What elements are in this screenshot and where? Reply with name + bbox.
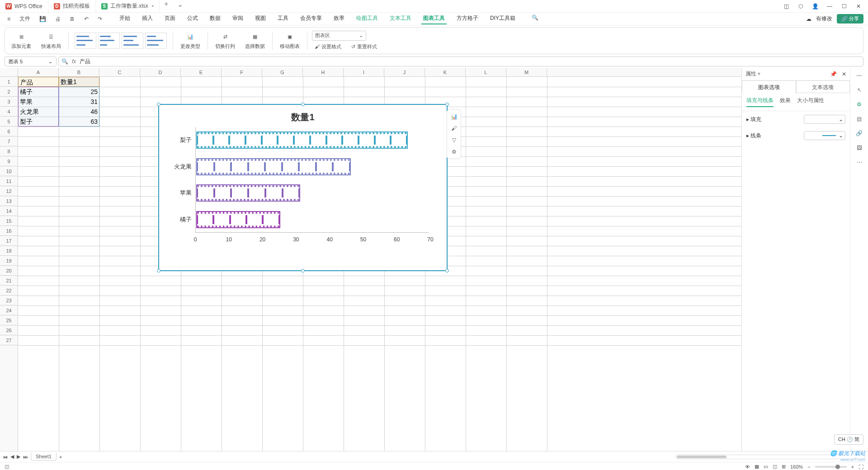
subtab-fill[interactable]: 填充与线条 [746,97,774,107]
view-break-icon[interactable]: ⊞ [782,464,786,470]
minimize-button[interactable]: — [826,3,834,9]
fullscreen-icon[interactable]: ⛶ [859,464,863,470]
row-21[interactable]: 21 [0,276,18,286]
tab-template[interactable]: D找稻壳模板 [48,0,96,12]
undo-icon[interactable]: ↶ [81,16,91,22]
row-12[interactable]: 12 [0,186,18,196]
panel-tab-text[interactable]: 文本选项 [796,80,850,93]
col-C[interactable]: C [99,68,140,76]
subtab-effect[interactable]: 效果 [780,97,791,107]
col-A[interactable]: A [18,68,59,76]
view-eye-icon[interactable]: 👁 [745,464,750,470]
menu-icon[interactable]: ≡ [5,16,13,22]
col-I[interactable]: I [344,68,384,76]
chart-brush-icon[interactable]: 🖌 [449,123,459,133]
chart-gear-icon[interactable]: ⚙ [449,147,459,157]
rtab-ffgz[interactable]: 方方格子 [455,13,480,24]
row-8[interactable]: 8 [0,146,18,156]
redo-icon[interactable]: ↷ [95,16,105,22]
panel-close-icon[interactable]: ✕ [842,71,846,77]
rail-more-icon[interactable]: ⋯ [857,159,862,165]
print-icon[interactable]: 🖨 [52,16,63,22]
cells-area[interactable]: 产品 数量1 橘子 25 苹果 31 火龙果 46 梨子 63 [18,77,741,451]
rtab-charttool[interactable]: 图表工具 [421,13,447,24]
view-normal-icon[interactable]: ▭ [764,464,768,470]
sheet-add[interactable]: + [59,454,62,460]
close-button[interactable]: ✕ [854,3,863,9]
view-grid-icon[interactable]: ▦ [755,464,759,470]
sheet-next[interactable]: ▶ [17,454,20,460]
zoom-in[interactable]: + [851,464,854,470]
rtab-review[interactable]: 审阅 [231,13,245,24]
row-1[interactable]: 1 [0,77,18,87]
format-button[interactable]: 🖌 设置格式 [312,42,344,51]
rtab-diy[interactable]: DIY工具箱 [488,13,517,24]
chart-title[interactable]: 数量1 [159,111,447,123]
avatar-icon[interactable]: 👤 [811,3,819,9]
reset-style-button[interactable]: ↺ 重置样式 [349,42,380,51]
zoom-out[interactable]: − [807,464,810,470]
subtab-size[interactable]: 大小与属性 [797,97,824,107]
row-14[interactable]: 14 [0,206,18,216]
col-J[interactable]: J [384,68,425,76]
row-25[interactable]: 25 [0,315,18,325]
row-19[interactable]: 19 [0,256,18,266]
row-22[interactable]: 22 [0,286,18,296]
col-K[interactable]: K [425,68,466,76]
row-3[interactable]: 3 [0,97,18,107]
chart-elements-icon[interactable]: 📊 [449,112,459,122]
cell-A1[interactable]: 产品 [18,77,59,87]
sheet-tab-1[interactable]: Sheet1 [31,453,57,461]
col-E[interactable]: E [181,68,222,76]
zoom-slider[interactable] [815,466,847,468]
rtab-drawtool[interactable]: 绘图工具 [354,13,380,24]
bar[interactable] [196,211,280,228]
fill-select[interactable]: ⌄ [804,115,845,124]
rtab-efficiency[interactable]: 效率 [332,13,346,24]
row-5[interactable]: 5 [0,117,18,127]
chart-area-select[interactable]: 图表区⌄ [312,31,366,41]
col-H[interactable]: H [303,68,344,76]
preview-icon[interactable]: 🗎 [67,16,78,22]
rail-image-icon[interactable]: 🖼 [857,145,862,151]
rtab-start[interactable]: 开始 [118,13,132,24]
swap-rowcol-button[interactable]: ⇄切换行列 [212,32,238,50]
tab-menu[interactable]: ⌄ [173,0,188,12]
col-F[interactable]: F [222,68,262,76]
row-26[interactable]: 26 [0,325,18,335]
formula-bar[interactable]: 🔍fx产品 [58,56,863,66]
bar[interactable] [196,184,300,202]
row-13[interactable]: 13 [0,196,18,206]
name-box[interactable]: 图表 5⌄ [5,56,57,66]
col-B[interactable]: B [59,68,99,76]
rtab-data[interactable]: 数据 [208,13,222,24]
col-G[interactable]: G [262,68,303,76]
tab-workbook[interactable]: S工作簿数量.xlsx• [96,0,160,12]
rtab-insert[interactable]: 插入 [140,13,155,24]
col-M[interactable]: M [506,68,547,76]
win-copy-icon[interactable]: ◫ [782,3,790,9]
rail-link-icon[interactable]: 🔗 [856,130,863,136]
bar[interactable] [196,158,351,175]
change-type-button[interactable]: 📊更改类型 [178,32,203,50]
tab-add[interactable]: + [160,0,173,12]
maximize-button[interactable]: ☐ [840,3,848,9]
row-17[interactable]: 17 [0,236,18,246]
add-element-button[interactable]: ⊞添加元素 [9,32,34,50]
row-23[interactable]: 23 [0,296,18,306]
menu-file[interactable]: 文件 [17,15,33,23]
quick-layout-button[interactable]: ☰快速布局 [38,32,64,50]
rtab-tools[interactable]: 工具 [276,13,290,24]
view-page-icon[interactable]: ◫ [773,464,777,470]
col-D[interactable]: D [140,68,181,76]
row-10[interactable]: 10 [0,166,18,176]
rtab-formula[interactable]: 公式 [185,13,200,24]
rtab-page[interactable]: 页面 [163,13,177,24]
bar[interactable] [196,132,408,149]
row-4[interactable]: 4 [0,107,18,117]
line-select[interactable]: ⌄ [804,131,845,140]
chart-filter-icon[interactable]: ▽ [449,135,459,145]
pin-icon[interactable]: 📌 [830,71,837,77]
rtab-view[interactable]: 视图 [253,13,268,24]
row-27[interactable]: 27 [0,335,18,345]
